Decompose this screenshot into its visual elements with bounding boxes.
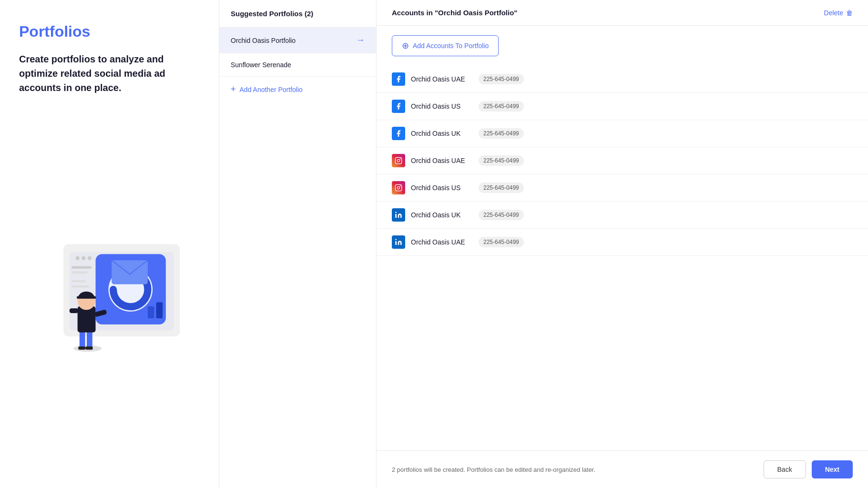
account-row: Orchid Oasis UAE225-645-0499 <box>377 66 868 93</box>
account-id-badge: 225-645-0499 <box>479 101 524 112</box>
svg-rect-16 <box>87 330 92 348</box>
svg-rect-24 <box>395 157 401 163</box>
instagram-icon <box>392 181 405 194</box>
account-id-badge: 225-645-0499 <box>479 128 524 139</box>
svg-rect-11 <box>71 271 88 273</box>
svg-rect-12 <box>71 280 85 282</box>
account-row: Orchid Oasis US225-645-0499 <box>377 174 868 202</box>
account-name: Orchid Oasis UAE <box>411 75 473 83</box>
middle-panel: Suggested Portfolios (2) Orchid Oasis Po… <box>219 0 377 488</box>
account-row: Orchid Oasis UK225-645-0499 <box>377 120 868 147</box>
next-button[interactable]: Next <box>812 460 853 478</box>
facebook-icon <box>392 127 405 140</box>
svg-point-27 <box>400 185 401 186</box>
left-panel: Portfolios Create portfolios to analyze … <box>0 0 219 488</box>
account-name: Orchid Oasis UAE <box>411 238 473 246</box>
account-id-badge: 225-645-0499 <box>479 74 524 84</box>
facebook-icon <box>392 100 405 113</box>
svg-point-3 <box>82 256 85 260</box>
portfolio-item-name-orchid: Orchid Oasis Portfolio <box>231 37 296 44</box>
svg-rect-9 <box>112 260 148 285</box>
svg-rect-19 <box>77 306 95 333</box>
bottom-actions: Back Next <box>764 460 853 478</box>
accounts-list: Orchid Oasis UAE225-645-0499Orchid Oasis… <box>377 66 868 256</box>
svg-rect-26 <box>395 184 401 191</box>
portfolio-list: Orchid Oasis Portfolio → Sunflower Seren… <box>219 28 376 488</box>
facebook-icon <box>392 72 405 86</box>
svg-point-4 <box>87 256 91 260</box>
account-id-badge: 225-645-0499 <box>479 183 524 193</box>
page-title: Portfolios <box>19 23 200 41</box>
linkedin-icon <box>392 235 405 249</box>
account-row: Orchid Oasis US225-645-0499 <box>377 93 868 120</box>
svg-rect-30 <box>395 241 397 245</box>
portfolio-item-sunflower[interactable]: Sunflower Serenade <box>219 53 376 77</box>
account-row: Orchid Oasis UAE225-645-0499 <box>377 229 868 256</box>
portfolio-item-orchid[interactable]: Orchid Oasis Portfolio → <box>219 28 376 53</box>
portfolio-item-name-sunflower: Sunflower Serenade <box>231 61 291 69</box>
svg-point-31 <box>395 239 397 240</box>
suggested-portfolios-header: Suggested Portfolios (2) <box>219 0 376 28</box>
account-name: Orchid Oasis US <box>411 184 473 192</box>
svg-point-2 <box>75 256 79 260</box>
linkedin-icon <box>392 208 405 222</box>
account-row: Orchid Oasis UAE225-645-0499 <box>377 147 868 174</box>
add-accounts-label: Add Accounts To Portfolio <box>413 42 489 50</box>
account-name: Orchid Oasis US <box>411 102 473 110</box>
back-button[interactable]: Back <box>764 460 806 478</box>
account-name: Orchid Oasis UK <box>411 130 473 137</box>
svg-rect-13 <box>71 285 90 287</box>
account-id-badge: 225-645-0499 <box>479 155 524 166</box>
arrow-right-icon: → <box>356 35 365 45</box>
add-portfolio-label: Add Another Portfolio <box>240 86 303 93</box>
bottom-bar: 2 portfolios will be created. Portfolios… <box>377 450 868 488</box>
bottom-info: 2 portfolios will be created. Portfolios… <box>392 466 595 473</box>
svg-rect-7 <box>147 306 153 318</box>
account-row: Orchid Oasis UK225-645-0499 <box>377 202 868 229</box>
svg-rect-10 <box>71 266 92 269</box>
illustration <box>19 123 200 465</box>
account-id-badge: 225-645-0499 <box>479 210 524 220</box>
account-name: Orchid Oasis UK <box>411 211 473 219</box>
svg-rect-20 <box>69 308 78 313</box>
right-panel: Accounts in "Orchid Oasis Portfolio" Del… <box>377 0 868 488</box>
delete-label: Delete <box>824 9 843 17</box>
right-panel-header: Accounts in "Orchid Oasis Portfolio" Del… <box>377 0 868 26</box>
svg-rect-28 <box>395 214 397 218</box>
add-accounts-button[interactable]: ⊕ Add Accounts To Portfolio <box>392 35 499 56</box>
accounts-panel-title: Accounts in "Orchid Oasis Portfolio" <box>392 9 517 17</box>
svg-rect-18 <box>85 346 92 350</box>
plus-circle-icon: ⊕ <box>402 41 409 51</box>
svg-point-29 <box>395 212 397 213</box>
svg-rect-17 <box>78 346 85 350</box>
trash-icon: 🗑 <box>846 9 853 17</box>
svg-rect-8 <box>156 302 162 318</box>
svg-rect-15 <box>79 330 85 348</box>
account-id-badge: 225-645-0499 <box>479 237 524 247</box>
plus-icon: + <box>231 84 236 94</box>
instagram-icon <box>392 154 405 167</box>
add-portfolio-button[interactable]: + Add Another Portfolio <box>219 77 314 102</box>
accounts-content: ⊕ Add Accounts To Portfolio Orchid Oasis… <box>377 26 868 450</box>
account-name: Orchid Oasis UAE <box>411 157 473 164</box>
svg-rect-23 <box>76 296 95 299</box>
description: Create portfolios to analyze and optimiz… <box>19 52 200 95</box>
delete-button[interactable]: Delete 🗑 <box>824 9 853 17</box>
svg-point-25 <box>400 158 401 159</box>
